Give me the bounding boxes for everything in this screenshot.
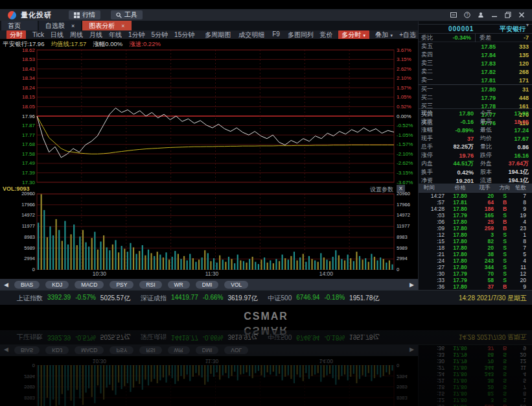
tick-count: 12 (513, 270, 530, 277)
period-1分钟[interactable]: 1分钟 (128, 30, 145, 40)
tab-首页[interactable]: 首页 (1, 21, 38, 30)
tick-price: 17.79 (447, 212, 473, 219)
indicator-BIAS[interactable]: BIAS (14, 281, 40, 289)
percent-axis-label: -2.62% (397, 160, 418, 166)
view-多图同列[interactable]: 多图同列 (288, 30, 314, 40)
tick-col-价格: 价格 (447, 184, 473, 192)
quote-panel: ▾ 000001 平安银行 委比 -0.34% 委差 -7 卖五17.85333… (418, 21, 532, 290)
tick-count: 11 (513, 264, 530, 270)
tick-count: 4 (513, 257, 530, 264)
weicha-label: 委差 (475, 34, 494, 42)
percent-axis-label: 2.10% (397, 75, 418, 81)
bid-price: 17.78 (437, 103, 496, 110)
period-15分钟[interactable]: 15分钟 (174, 30, 194, 40)
minimize-button[interactable] (491, 11, 498, 19)
tick-volume: 70 (473, 270, 496, 277)
tab-close-icon[interactable]: × (121, 23, 124, 29)
tab-自选股[interactable]: 自选股× (39, 21, 81, 30)
tick-time: :09 (419, 225, 447, 232)
ask-row: 卖三17.83120 (419, 59, 532, 67)
period-日线[interactable]: 日线 (51, 30, 64, 40)
auction-button[interactable]: 竞价 (319, 30, 332, 40)
indicator-PSY[interactable]: PSY (110, 281, 133, 289)
price-axis-label: 18.24 (0, 85, 35, 91)
tick-volume: 38 (473, 251, 496, 257)
ask-price: 17.84 (437, 52, 496, 58)
index-amount: 3619.97亿 (227, 294, 257, 303)
period-分时[interactable]: 分时 (6, 30, 26, 40)
period-Tick[interactable]: Tick (32, 31, 44, 38)
detail-row: 现价17.80今开17.92 (419, 109, 532, 117)
tick-direction: B (496, 206, 513, 212)
detail-label: 涨幅 (419, 126, 438, 134)
pin-icon[interactable]: ▾ (526, 22, 529, 28)
time-axis-label: 11:30 (205, 270, 219, 277)
detail-label: 现手 (419, 134, 438, 143)
volume-plot (0, 185, 418, 270)
period-周线[interactable]: 周线 (70, 30, 83, 40)
close-button[interactable] (518, 11, 526, 19)
panel-toggle-icon[interactable] (450, 11, 457, 19)
period-月线[interactable]: 月线 (89, 30, 102, 40)
multi-minute-button[interactable]: 多分时▼ (338, 30, 369, 40)
app-title: 量化投研 (21, 10, 52, 20)
indicator-RSI[interactable]: RSI (139, 281, 161, 289)
view-多周期图[interactable]: 多周期图 (205, 30, 231, 40)
volume-axis-label: 11977 (397, 224, 418, 229)
tab-label: 自选股 (45, 21, 65, 30)
chart-header: 平安银行:17.96 均值线:17.57 涨幅0.00% 涨速:0.22% (0, 39, 418, 47)
volume-axis-label: 17966 (0, 202, 35, 208)
add-watchlist-button[interactable]: +自选 (399, 30, 416, 40)
ask-volume: 171 (496, 77, 532, 84)
detail-value: 0.86 (493, 144, 532, 150)
menu-tools-label: 工具 (124, 10, 137, 19)
detail-value: 82.25万 (438, 143, 474, 151)
ask-volume: 268 (496, 69, 532, 75)
indicator-MACD[interactable]: MACD (75, 281, 104, 289)
tick-col-笔数: 笔数 (513, 184, 530, 192)
stock-code: 000001 (448, 25, 474, 32)
view-F9[interactable]: F9 (272, 30, 280, 40)
menu-quotes[interactable]: 行情 (69, 10, 100, 19)
tick-list[interactable]: 14:2717.8020S7:5717.8164B814:2817.80186B… (419, 193, 532, 290)
tick-count: 9 (513, 283, 530, 290)
overlay-button[interactable]: 叠加▼ (375, 30, 393, 40)
tick-volume: 259 (473, 225, 496, 232)
period-年线[interactable]: 年线 (109, 30, 122, 40)
tab-图表分析[interactable]: 图表分析× (82, 21, 131, 30)
tick-row: :2117.8038S5 (419, 251, 532, 257)
volume-chart[interactable]: VOL:9093 设置参数 X 209602096017966179661497… (0, 185, 418, 279)
tab-close-icon[interactable]: × (71, 23, 75, 29)
indicator-VOL[interactable]: VOL (224, 281, 248, 289)
tick-time: :33 (419, 277, 447, 283)
detail-value: 37.64万 (493, 160, 532, 168)
ask-row: 卖二17.82268 (419, 67, 532, 76)
ask-volume: 333 (496, 43, 532, 50)
stock-header[interactable]: 000001 平安银行 (419, 24, 532, 34)
weibi-label: 委比 (419, 34, 437, 42)
indicator-KDJ[interactable]: KDJ (45, 281, 69, 289)
tick-row: :0917.80259B23 (419, 225, 532, 232)
indicator-WR[interactable]: WR (168, 281, 190, 289)
indicator-DMI[interactable]: DMI (196, 281, 219, 289)
speed-readout: 涨速:0.22% (129, 40, 161, 47)
view-成交明细[interactable]: 成交明细 (238, 30, 264, 40)
tick-price: 17.81 (447, 199, 473, 206)
help-icon[interactable]: ? (463, 11, 471, 19)
scroll-right-icon[interactable]: ▶ (410, 281, 414, 288)
detail-label: 最高 (474, 117, 493, 126)
period-5分钟[interactable]: 5分钟 (152, 30, 168, 40)
tick-time: :24 (419, 257, 447, 264)
tick-price: 17.80 (447, 193, 473, 199)
tick-row: 14:2817.80186B9 (419, 206, 532, 212)
ask-row: 卖五17.85333 (419, 42, 532, 51)
minute-price-chart[interactable]: 18.6218.5318.4318.3418.2418.1518.0517.96… (0, 47, 418, 185)
menu-tools[interactable]: 工具 (111, 10, 143, 19)
tick-direction: S (496, 193, 513, 199)
scroll-left-icon[interactable]: ◀ (4, 281, 8, 288)
user-icon[interactable] (477, 11, 485, 19)
tick-direction: S (496, 238, 513, 245)
detail-value: 17.92 (493, 110, 532, 117)
restore-button[interactable] (504, 11, 512, 19)
tab-label: 图表分析 (89, 21, 115, 30)
